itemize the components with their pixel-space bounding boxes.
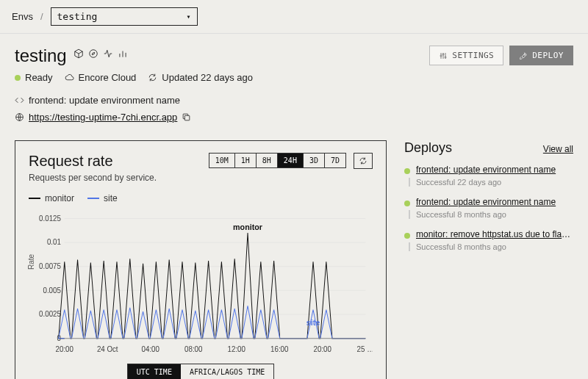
svg-text:site: site — [306, 318, 320, 327]
legend-swatch-monitor — [29, 198, 40, 199]
range-7d[interactable]: 7D — [325, 154, 345, 167]
activity-icon[interactable] — [103, 48, 113, 59]
range-10m[interactable]: 10M — [209, 154, 235, 167]
copy-icon[interactable] — [182, 112, 191, 122]
code-icon — [15, 95, 24, 105]
range-8h[interactable]: 8H — [257, 154, 278, 167]
chart-title: Request rate — [29, 153, 157, 170]
svg-text:16:00: 16:00 — [270, 344, 289, 353]
svg-point-0 — [90, 50, 98, 58]
deploys-title: Deploys — [404, 140, 452, 156]
deploy-status: Successful 22 days ago — [409, 178, 573, 187]
svg-text:0.0025: 0.0025 — [39, 310, 61, 318]
env-url-link[interactable]: https://testing-uptime-7chi.encr.app — [29, 112, 177, 123]
deploy-button[interactable]: DEPLOY — [509, 46, 573, 65]
deploy-status: Successful 8 months ago — [409, 242, 573, 251]
compass-icon[interactable] — [88, 48, 98, 59]
range-3d[interactable]: 3D — [304, 154, 325, 167]
rocket-icon — [519, 51, 528, 60]
chart-ylabel: Rate — [27, 254, 35, 270]
status-label: Ready — [25, 72, 53, 83]
breadcrumb-bar: Envs / testing ▾ — [0, 0, 588, 34]
cloud-icon — [65, 73, 74, 82]
deploy-title[interactable]: frontend: update environment name — [416, 165, 573, 175]
range-1h[interactable]: 1H — [235, 154, 257, 167]
svg-text:04:00: 04:00 — [142, 344, 160, 353]
chevron-down-icon: ▾ — [187, 12, 191, 21]
cloud-provider: Encore Cloud — [65, 72, 137, 83]
svg-text:0.0125: 0.0125 — [39, 214, 61, 222]
chart-subtitle: Requests per second by service. — [29, 173, 157, 183]
refresh-button[interactable] — [354, 153, 373, 169]
svg-text:24 Oct: 24 Oct — [97, 344, 118, 353]
svg-text:20:00: 20:00 — [56, 344, 74, 353]
refresh-icon — [359, 156, 368, 165]
svg-point-4 — [442, 54, 444, 55]
page-title: testing — [15, 46, 67, 66]
deploy-item[interactable]: frontend: update environment nameSuccess… — [404, 197, 573, 219]
legend-site[interactable]: site — [87, 193, 118, 203]
commit-message: frontend: update environment name — [15, 95, 180, 106]
tz-utc-button[interactable]: UTC TIME — [128, 364, 181, 379]
globe-icon — [15, 112, 24, 122]
breadcrumb-sep: / — [40, 11, 43, 22]
tz-local-button[interactable]: AFRICA/LAGOS TIME — [181, 364, 273, 379]
legend-monitor[interactable]: monitor — [29, 193, 74, 203]
status-badge: Ready — [15, 72, 53, 83]
sliders-icon — [439, 51, 448, 60]
svg-text:25 …: 25 … — [357, 344, 373, 353]
svg-point-6 — [524, 54, 526, 55]
svg-text:monitor: monitor — [233, 223, 263, 231]
time-range-group: 10M1H8H24H3D7D — [209, 153, 346, 168]
svg-text:08:00: 08:00 — [184, 344, 203, 353]
deploy-item[interactable]: monitor: remove httpstat.us due to flak…… — [404, 229, 573, 251]
updated-time: Updated 22 days ago — [148, 72, 253, 83]
request-rate-card: Request rate Requests per second by serv… — [15, 140, 387, 379]
deploy-title[interactable]: monitor: remove httpstat.us due to flak… — [416, 229, 573, 239]
env-selector-value: testing — [57, 11, 98, 22]
svg-point-5 — [445, 57, 446, 58]
svg-text:12:00: 12:00 — [228, 344, 246, 353]
cube-icon[interactable] — [74, 48, 84, 59]
deploy-item[interactable]: frontend: update environment nameSuccess… — [404, 165, 573, 187]
bar-chart-icon[interactable] — [118, 48, 128, 59]
legend-swatch-site — [87, 198, 99, 199]
settings-button[interactable]: SETTINGS — [429, 46, 503, 65]
env-selector[interactable]: testing ▾ — [51, 7, 198, 26]
chart-legend: monitor site — [29, 193, 373, 203]
deploy-title[interactable]: frontend: update environment name — [416, 197, 573, 207]
chart-plot: 00.00250.0050.00750.010.012520:0024 Oct0… — [29, 211, 373, 358]
deploys-panel: Deploys View all frontend: update enviro… — [404, 140, 573, 379]
svg-rect-2 — [185, 115, 190, 120]
svg-text:0.0075: 0.0075 — [39, 262, 61, 270]
svg-text:20:00: 20:00 — [314, 344, 332, 353]
svg-point-3 — [440, 55, 442, 57]
refresh-icon — [148, 73, 157, 82]
deploy-status: Successful 8 months ago — [409, 210, 573, 219]
timezone-toggle: UTC TIME AFRICA/LAGOS TIME — [127, 364, 275, 379]
breadcrumb-root[interactable]: Envs — [12, 11, 33, 22]
svg-text:0.005: 0.005 — [43, 286, 62, 294]
deploys-view-all[interactable]: View all — [543, 144, 573, 154]
status-dot-icon — [15, 75, 21, 81]
range-24h[interactable]: 24H — [278, 154, 304, 167]
svg-text:0.01: 0.01 — [47, 238, 61, 246]
